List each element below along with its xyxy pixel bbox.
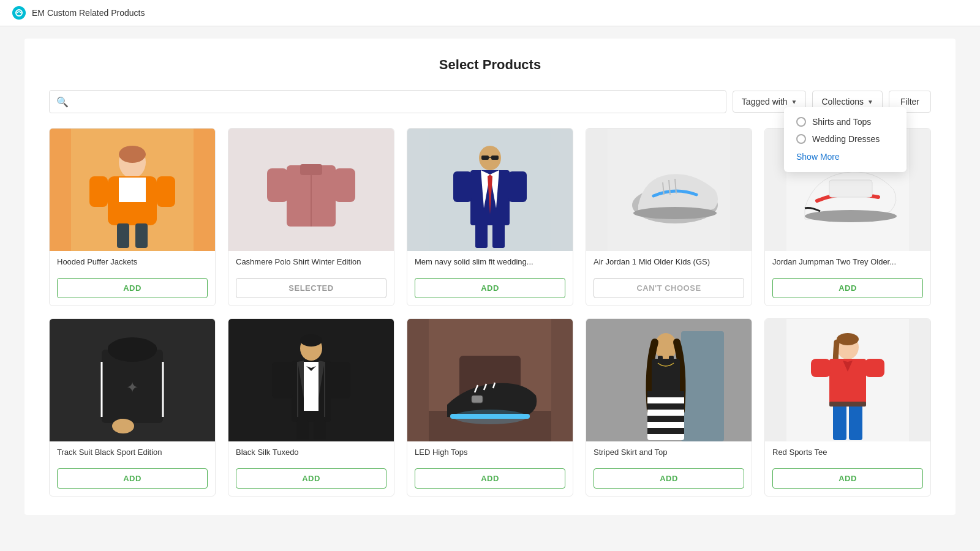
product-name-p7: Black Silk Tuxedo	[228, 441, 394, 468]
svg-point-83	[837, 333, 859, 345]
product-action-p9: ADD	[594, 468, 744, 489]
svg-rect-86	[865, 359, 884, 377]
search-wrapper: 🔍	[49, 90, 726, 113]
add-button-p3[interactable]: ADD	[415, 278, 565, 298]
search-icon: 🔍	[56, 96, 69, 108]
topbar: EM Custom Related Products	[0, 0, 980, 26]
svg-rect-46	[119, 419, 124, 431]
tagged-with-arrow-icon: ▼	[791, 99, 797, 105]
product-image-p8	[407, 319, 573, 441]
product-image-p10	[765, 319, 930, 441]
add-button-p6[interactable]: ADD	[57, 468, 208, 489]
show-more-link[interactable]: Show More	[796, 152, 840, 162]
radio-wedding[interactable]	[796, 134, 806, 144]
svg-rect-8	[117, 223, 129, 248]
svg-point-0	[16, 10, 22, 16]
svg-rect-13	[267, 168, 288, 202]
svg-point-36	[805, 210, 897, 222]
add-button-p5[interactable]: ADD	[772, 278, 923, 298]
svg-rect-37	[829, 180, 872, 197]
option-wedding[interactable]: Wedding Dresses	[796, 134, 894, 144]
product-image-p2	[228, 129, 394, 251]
add-button-p7[interactable]: ADD	[236, 468, 386, 489]
svg-rect-57	[296, 420, 309, 440]
radio-shirts[interactable]	[796, 117, 806, 127]
product-card-p4: Air Jordan 1 Mid Older Kids (GS) CAN'T C…	[586, 128, 752, 306]
product-card-p9: Striped Skirt and Top ADD	[586, 318, 752, 497]
svg-rect-85	[811, 359, 831, 377]
svg-rect-77	[647, 391, 684, 397]
svg-rect-74	[658, 356, 663, 363]
product-name-p3: Mem navy solid slim fit wedding...	[407, 251, 573, 278]
product-name-p9: Striped Skirt and Top	[586, 441, 752, 468]
product-card-p3: Mem navy solid slim fit wedding... ADD	[407, 128, 573, 306]
search-input[interactable]	[49, 90, 726, 113]
product-name-p10: Red Sports Tee	[765, 441, 930, 468]
product-action-p3: ADD	[415, 278, 565, 298]
product-name-p2: Cashmere Polo Shirt Winter Edition	[228, 251, 394, 278]
svg-rect-23	[492, 223, 505, 248]
add-button-p8[interactable]: ADD	[415, 468, 565, 489]
product-image-p7	[228, 319, 394, 441]
svg-rect-7	[119, 178, 146, 202]
svg-rect-71	[681, 331, 724, 441]
svg-rect-88	[833, 403, 846, 440]
svg-rect-22	[475, 223, 488, 248]
main-container: Select Products 🔍 Tagged with ▼ Collecti…	[24, 39, 956, 515]
svg-rect-68	[472, 395, 483, 403]
page-title: Select Products	[49, 57, 931, 73]
product-name-p1: Hooded Puffer Jackets	[50, 251, 215, 278]
option-shirts[interactable]: Shirts and Tops	[796, 117, 894, 127]
product-card-p7: Black Silk Tuxedo ADD	[228, 318, 394, 497]
option-shirts-label: Shirts and Tops	[812, 117, 871, 127]
svg-point-3	[119, 146, 146, 163]
app-logo	[12, 6, 26, 20]
collections-arrow-icon: ▼	[867, 99, 873, 105]
product-name-p4: Air Jordan 1 Mid Older Kids (GS)	[586, 251, 752, 278]
cantchoose-button-p4: CAN'T CHOOSE	[594, 278, 744, 298]
selected-button-p2: SELECTED	[236, 278, 386, 298]
product-card-p2: Cashmere Polo Shirt Winter Edition SELEC…	[228, 128, 394, 306]
collections-label: Collections	[821, 97, 863, 107]
svg-rect-5	[89, 176, 108, 207]
product-card-p1: Hooded Puffer Jackets ADD	[49, 128, 216, 306]
product-name-p6: Track Suit Black Sport Edition	[50, 441, 215, 468]
svg-rect-78	[647, 403, 684, 410]
svg-rect-26	[481, 156, 489, 160]
app-title: EM Custom Related Products	[32, 8, 145, 18]
svg-point-49	[300, 334, 322, 347]
product-card-p10: Red Sports Tee ADD	[764, 318, 931, 497]
product-name-p5: Jordan Jumpman Two Trey Older...	[765, 251, 930, 278]
product-action-p8: ADD	[415, 468, 565, 489]
product-image-p1	[50, 129, 215, 251]
product-image-p6: ✦	[50, 319, 215, 441]
svg-text:✦: ✦	[126, 380, 138, 395]
svg-rect-80	[647, 428, 684, 434]
svg-rect-56	[330, 362, 350, 399]
svg-point-72	[655, 333, 677, 360]
product-card-p8: LED High Tops ADD	[407, 318, 573, 497]
svg-rect-58	[314, 420, 326, 440]
product-action-p1: ADD	[57, 278, 208, 298]
svg-point-43	[108, 337, 157, 362]
product-action-p4: CAN'T CHOOSE	[594, 278, 744, 298]
svg-rect-6	[157, 176, 175, 207]
product-action-p6: ADD	[57, 468, 208, 489]
product-card-p6: ✦ Track Suit Black Sport Edition ADD	[49, 318, 216, 497]
svg-rect-24	[453, 171, 472, 202]
add-button-p10[interactable]: ADD	[772, 468, 923, 489]
tagged-with-label: Tagged with	[742, 97, 788, 107]
svg-rect-27	[491, 156, 499, 160]
add-button-p1[interactable]: ADD	[57, 278, 208, 298]
svg-rect-75	[669, 356, 674, 363]
svg-rect-9	[135, 223, 148, 248]
svg-rect-14	[334, 168, 355, 202]
svg-rect-90	[829, 402, 866, 407]
svg-rect-73	[652, 359, 680, 392]
svg-point-31	[633, 207, 717, 219]
add-button-p9[interactable]: ADD	[594, 468, 744, 489]
product-action-p10: ADD	[772, 468, 923, 489]
product-action-p7: ADD	[236, 468, 386, 489]
svg-rect-79	[647, 416, 684, 422]
product-grid-row2: ✦ Track Suit Black Sport Edition ADD	[49, 318, 931, 497]
